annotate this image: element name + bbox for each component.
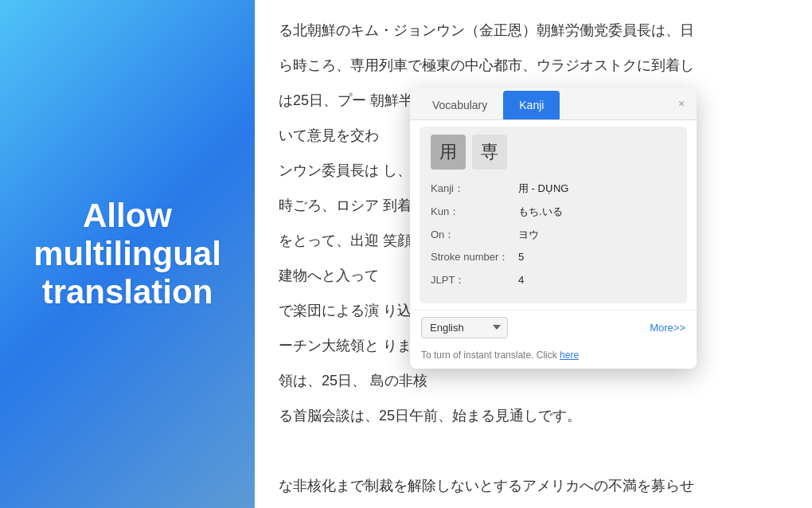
footer-static-text: To turn of instant translate. Click [421,350,560,361]
jp-para-12: る首脳会談は、25日午前、始まる見通しです。 [279,401,788,430]
tab-kanji[interactable]: Kanji [503,91,560,119]
info-value-1: もち.いる [518,204,563,221]
info-value-3: 5 [518,249,524,266]
language-select[interactable]: English Vietnamese Chinese Korean [421,317,508,338]
info-row-4: JLPT： 4 [431,269,676,292]
info-value-2: ヨウ [518,227,539,244]
tab-vocabulary[interactable]: Vocabulary [416,91,503,119]
kanji-popup: Vocabulary Kanji × 用 専 Kanji： 用 - DỤNG K… [410,88,697,369]
info-label-4: JLPT： [431,272,518,289]
left-panel: Allow multilingual translation [0,0,255,508]
jp-para-2: ら時ころ、専用列車で極東の中心都市、ウラジオストクに到着し [279,51,788,80]
popup-bottom-bar: English Vietnamese Chinese Korean More>> [410,310,697,345]
kanji-card-0[interactable]: 用 [431,135,466,170]
info-label-0: Kanji： [431,181,518,197]
info-value-4: 4 [518,272,524,289]
info-row-2: On： ヨウ [431,224,676,247]
info-label-1: Kun： [431,204,518,221]
jp-para-13 [279,436,788,465]
info-row-1: Kun： もち.いる [431,201,676,224]
close-button[interactable]: × [674,96,689,111]
kanji-card-list: 用 専 [431,135,676,170]
kanji-display-area: 用 専 Kanji： 用 - DỤNG Kun： もち.いる On： ヨウ St… [420,127,687,303]
info-label-3: Stroke number： [431,249,518,266]
info-label-2: On： [431,227,518,244]
more-link[interactable]: More>> [650,322,685,334]
jp-para-11: 領は、25日、 島の非核 [279,366,788,395]
info-row-3: Stroke number： 5 [431,246,676,269]
popup-footer: To turn of instant translate. Click here [410,345,697,369]
info-value-0: 用 - DỤNG [518,181,568,197]
tagline-text: Allow multilingual translation [16,197,239,312]
info-row-0: Kanji： 用 - DỤNG [431,178,676,201]
kanji-info-table: Kanji： 用 - DỤNG Kun： もち.いる On： ヨウ Stroke… [431,178,676,292]
jp-para-14: な非核化まで制裁を解除しないとするアメリカへの不満を募らせ [279,471,788,500]
kanji-card-1[interactable]: 専 [472,135,507,170]
popup-tab-bar: Vocabulary Kanji × [410,88,697,120]
jp-para-1: る北朝鮮のキム・ジョンウン（金正恩）朝鮮労働党委員長は、日 [279,16,788,45]
footer-link[interactable]: here [560,350,579,361]
